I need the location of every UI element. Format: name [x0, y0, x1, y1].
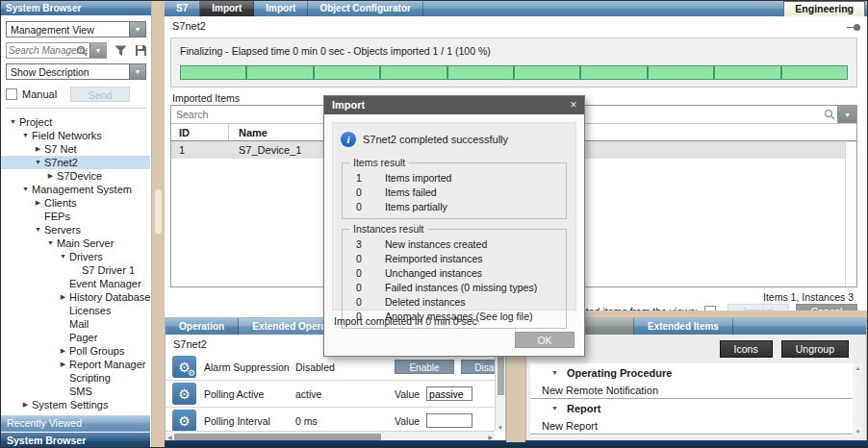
system-browser-panel: System Browser Management View ▼ ▼ [1, 1, 152, 448]
chevron-down-icon[interactable]: ▼ [57, 250, 69, 263]
tab-bar-spacer [733, 318, 866, 335]
tree-item-clients[interactable]: ▶Clients [1, 196, 150, 210]
chevron-right-icon[interactable]: ▶ [32, 142, 44, 156]
chevron-down-icon[interactable]: ▼ [44, 236, 57, 250]
group-header-report[interactable]: ▼Report [530, 399, 853, 417]
splitter-handle[interactable] [155, 189, 162, 234]
chevron-down-icon[interactable]: ▼ [89, 43, 106, 58]
tab-s7[interactable]: S7 [165, 1, 200, 16]
chevron-right-icon[interactable]: ▶ [44, 169, 57, 183]
tree-item-history-database[interactable]: ▶History Database [1, 290, 150, 304]
scroll-up-icon[interactable]: ▲ [855, 365, 861, 371]
vertical-splitter[interactable] [152, 1, 165, 448]
vertical-scrollbar[interactable]: ▲ ▼ [853, 363, 863, 436]
chevron-right-icon[interactable]: ▶ [57, 344, 69, 358]
value-input[interactable] [426, 386, 472, 401]
tree-item-label: System Settings [32, 398, 108, 411]
tree-item-drivers[interactable]: ▼Drivers [1, 250, 150, 263]
chevron-right-icon[interactable]: ▶ [57, 358, 69, 371]
items-result-legend: Items result [349, 157, 409, 168]
list-item-new-report[interactable]: New Report [530, 417, 853, 435]
tree-item-label: Scripting [69, 371, 111, 385]
chevron-right-icon[interactable]: ▶ [19, 398, 32, 411]
tree-item-field-networks[interactable]: ▼Field Networks [1, 129, 150, 142]
tree-item-system-settings[interactable]: ▶System Settings [1, 398, 150, 411]
operation-value: Disabled [295, 361, 355, 373]
recently-viewed-bar[interactable]: Recently Viewed [1, 415, 150, 432]
ok-button[interactable]: OK [515, 332, 574, 348]
dialog-title-bar[interactable]: Import × [324, 96, 584, 114]
chevron-right-icon[interactable]: ▶ [57, 290, 69, 304]
chevron-down-icon[interactable]: ▼ [551, 405, 558, 411]
tree-item-pager[interactable]: Pager [1, 331, 150, 344]
info-icon: i [341, 132, 356, 147]
save-icon[interactable] [135, 44, 147, 58]
show-description-dropdown[interactable]: Show Description ▼ [6, 63, 146, 80]
scroll-down-icon[interactable]: ▼ [855, 429, 861, 435]
tree-item-s7-net[interactable]: ▶S7 Net [1, 142, 150, 156]
icons-button[interactable]: Icons [720, 340, 773, 358]
close-icon[interactable]: × [563, 96, 584, 114]
tree-item-scripting[interactable]: Scripting [1, 371, 150, 385]
filter-icon[interactable] [115, 44, 127, 58]
group-header-operating-procedure[interactable]: ▼Operating Procedure [530, 363, 853, 382]
system-browser-bar[interactable]: System Browser [1, 433, 150, 448]
chevron-down-icon[interactable]: ▼ [551, 369, 558, 376]
tree-item-label: S7 Net [44, 142, 77, 156]
chevron-down-icon[interactable]: ▼ [7, 115, 19, 129]
chevron-right-icon[interactable]: ▶ [32, 196, 44, 210]
tree-item-sms[interactable]: SMS [1, 385, 150, 398]
enable-button[interactable]: Enable [395, 360, 454, 374]
sidebar-search-box[interactable]: ▼ [6, 42, 107, 59]
result-row: 0Reimported instances [343, 252, 566, 266]
column-header-id[interactable]: ID [171, 124, 229, 140]
scroll-right-icon[interactable]: ▶ [488, 434, 493, 440]
result-label: Reimported instances [385, 252, 483, 266]
tree-item-servers[interactable]: ▼Servers [1, 223, 150, 236]
send-button[interactable]: Send [70, 87, 130, 102]
tree-item-licenses[interactable]: Licenses [1, 304, 150, 317]
progress-segment [581, 66, 646, 79]
scroll-down-icon[interactable]: ▼ [498, 425, 503, 431]
list-item-new-remote-notification[interactable]: New Remote Notification [530, 382, 853, 399]
tree-item-mail[interactable]: Mail [1, 317, 150, 331]
tab-import[interactable]: Import [254, 1, 308, 16]
chevron-down-icon[interactable]: ▼ [19, 183, 32, 196]
value-input[interactable] [426, 413, 472, 428]
chevron-down-icon[interactable]: ▼ [129, 64, 145, 79]
chevron-down-icon[interactable]: ▼ [32, 156, 44, 169]
chevron-down-icon[interactable]: ▼ [129, 22, 145, 37]
tree-item-project[interactable]: ▼Project [1, 115, 150, 129]
tree-item-s7net2[interactable]: ▼S7net2 [1, 156, 150, 169]
disable-button[interactable]: Disable [461, 360, 495, 374]
tree-item-main-server[interactable]: ▼Main Server [1, 236, 150, 250]
tree-item-management-system[interactable]: ▼Management System [1, 183, 150, 196]
ungroup-button[interactable]: Ungroup [781, 340, 849, 358]
chevron-down-icon[interactable]: ▼ [19, 129, 32, 142]
result-count: 0 [343, 295, 385, 310]
items-count-label: Items 1, Instances 3 [763, 291, 854, 303]
tree-item-event-manager[interactable]: Event Manager [1, 277, 150, 290]
pin-icon[interactable] [847, 24, 860, 31]
result-label: New instances created [385, 237, 487, 252]
chevron-down-icon[interactable]: ▼ [32, 223, 44, 236]
tab-extended-items[interactable]: Extended Items [634, 318, 733, 335]
manual-checkbox[interactable] [6, 88, 17, 100]
scroll-left-icon[interactable]: ◀ [167, 434, 172, 440]
tab-operation[interactable]: Operation [166, 318, 239, 335]
tree-item-label: S7Device [57, 169, 102, 183]
tree-item-s7device[interactable]: ▶S7Device [1, 169, 150, 183]
management-view-dropdown[interactable]: Management View ▼ [6, 21, 146, 37]
chevron-down-icon[interactable]: ▼ [837, 106, 856, 123]
tree-item-poll-groups[interactable]: ▶Poll Groups [1, 344, 150, 358]
progress-segment [247, 66, 312, 79]
table-vertical-scrollbar[interactable] [845, 142, 856, 286]
result-count: 1 [343, 171, 385, 186]
tree-item-s7-driver-1[interactable]: S7 Driver 1 [1, 263, 150, 277]
scrollbar-thumb[interactable] [174, 434, 381, 440]
tab-engineering[interactable]: Engineering [783, 1, 865, 16]
tree-item-feps[interactable]: FEPs [1, 210, 150, 223]
tab-object-configurator[interactable]: Object Configurator [308, 1, 422, 16]
tree-item-report-manager[interactable]: ▶Report Manager [1, 358, 150, 371]
tab-import[interactable]: Import [200, 1, 254, 16]
